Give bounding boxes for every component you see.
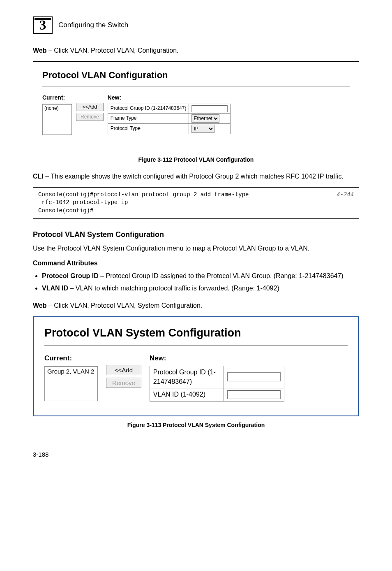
attr-text: – VLAN to which matching protocol traffi… [68,285,279,292]
cli-intro: CLI – This example shows the switch conf… [33,172,359,181]
chapter-title: Configuring the Switch [58,20,128,30]
current-listbox[interactable]: Group 2, VLAN 2 [44,366,98,401]
figure-protocol-vlan-system-config: Protocol VLAN System Configuration Curre… [33,316,359,416]
label-protocol-type: Protocol Type [108,123,189,134]
figure-caption-1: Figure 3-112 Protocol VLAN Configuration [33,156,359,164]
current-label: Current: [44,353,98,363]
cli-page-ref: 4-244 [337,191,354,215]
web-prefix: Web [33,302,46,309]
group-id-input[interactable] [191,105,228,112]
chapter-badge: 3 [33,16,53,34]
cli-lines: Console(config)#protocol-vlan protocol g… [38,191,249,215]
command-attributes-list: Protocol Group ID – Protocol Group ID as… [33,272,359,293]
web-instruction-2: Web – Click VLAN, Protocol VLAN, System … [33,301,359,310]
add-button[interactable]: <<Add [76,103,104,111]
label-vlan-id: VLAN ID (1-4092) [150,388,224,402]
row-frame-type: Frame Type Ethernet [108,113,231,123]
figure-caption-2: Figure 3-113 Protocol VLAN System Config… [33,421,359,429]
panel-divider [42,86,350,86]
section-heading: Protocol VLAN System Configuration [33,230,359,240]
web-text: – Click VLAN, Protocol VLAN, Configurati… [46,47,178,54]
panel-title: Protocol VLAN Configuration [42,69,350,82]
group-id-input[interactable] [227,372,281,381]
remove-button[interactable]: Remove [76,113,104,121]
web-instruction-1: Web – Click VLAN, Protocol VLAN, Configu… [33,46,359,55]
button-stack: <<Add Remove [106,365,141,388]
section-description: Use the Protocol VLAN System Configurati… [33,244,359,253]
current-list-item: Group 2, VLAN 2 [47,368,94,375]
panel-body: Current: (none) <<Add Remove New: Protoc… [42,94,350,135]
panel-title: Protocol VLAN System Configuration [44,325,348,341]
current-column: Current: Group 2, VLAN 2 [44,353,98,401]
frame-type-select[interactable]: Ethernet [191,114,219,123]
new-label: New: [150,353,284,363]
cell-frame-type-select: Ethernet [189,113,231,123]
label-group-id: Protocol Gruop ID (1-2147483647) [108,104,189,113]
cell-vlan-id-input [224,388,284,402]
current-listbox[interactable]: (none) [42,104,72,135]
cli-prefix: CLI [33,173,44,180]
add-button[interactable]: <<Add [106,365,141,375]
row-vlan-id: VLAN ID (1-4092) [150,388,284,402]
chapter-number: 3 [39,18,46,32]
new-column: New: Protocol Group ID (1-2147483647) VL… [150,353,284,401]
label-frame-type: Frame Type [108,113,189,123]
cli-intro-text: – This example shows the switch configur… [44,173,344,180]
cli-box: Console(config)#protocol-vlan protocol g… [33,187,359,219]
cell-group-id-input [189,104,231,113]
command-attributes-heading: Command Attributes [33,259,359,268]
cell-protocol-type-select: IP [189,123,231,134]
current-list-item: (none) [44,105,59,111]
vlan-id-input[interactable] [227,390,281,399]
button-stack: <<Add Remove [76,103,104,121]
new-label: New: [108,94,231,102]
attr-vlan-id: VLAN ID – VLAN to which matching protoco… [42,284,359,293]
remove-button[interactable]: Remove [106,378,141,388]
new-form-table: Protocol Group ID (1-2147483647) VLAN ID… [150,366,284,402]
web-text: – Click VLAN, Protocol VLAN, System Conf… [46,302,202,309]
cell-group-id-input [224,366,284,388]
new-column: New: Protocol Gruop ID (1-2147483647) Fr… [108,94,231,134]
figure-protocol-vlan-config: Protocol VLAN Configuration Current: (no… [33,61,359,150]
web-prefix: Web [33,47,46,54]
page-number: 3-188 [33,450,359,459]
panel-body: Current: Group 2, VLAN 2 <<Add Remove Ne… [44,353,348,401]
attr-protocol-group-id: Protocol Group ID – Protocol Group ID as… [42,272,359,281]
panel-divider [44,346,348,346]
new-form-table: Protocol Gruop ID (1-2147483647) Frame T… [108,104,231,134]
attr-label: Protocol Group ID [42,272,99,279]
attr-text: – Protocol Group ID assigned to the Prot… [99,272,344,279]
current-column: Current: (none) [42,94,72,135]
protocol-type-select[interactable]: IP [191,125,214,133]
row-group-id: Protocol Group ID (1-2147483647) [150,366,284,388]
row-group-id: Protocol Gruop ID (1-2147483647) [108,104,231,113]
current-label: Current: [42,94,72,102]
page-header: 3 Configuring the Switch [33,16,359,34]
attr-label: VLAN ID [42,285,68,292]
label-group-id: Protocol Group ID (1-2147483647) [150,366,224,388]
row-protocol-type: Protocol Type IP [108,123,231,134]
